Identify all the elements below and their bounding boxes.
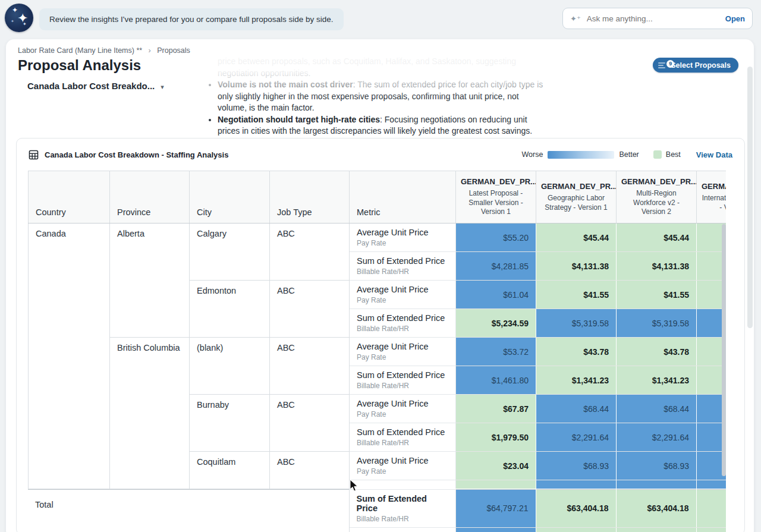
dimension-cell: ABC [270,395,350,452]
worse-better-gradient-bar [548,151,614,159]
dimension-cell: Edmonton [190,281,270,338]
header-row: Country Province City Job Type Metric GE… [29,171,727,223]
staffing-analysis-card: Canada Labor Cost Breakdown - Staffing A… [16,138,745,532]
dataset-selector-dropdown[interactable]: Canada Labor Cost Breakdo...▾ [27,81,164,91]
value-cell: $43.78 [536,338,617,366]
proposal-column-header: GERMAN_DEV_PR...Multi-Region Workforce v… [617,171,697,223]
dimension-cell: ABC [270,223,350,281]
metric-cell: Average Unit PricePay Rate [350,395,456,423]
dimension-cell: British Columbia [110,338,190,489]
table-vertical-scrollbar[interactable] [722,224,726,476]
value-cell: $68.93 [617,452,697,480]
proposal-column-header: GERMAN_DEV_PR...Geographic Labor Strateg… [536,171,617,223]
insight-list: Volume is not the main cost driver: The … [206,79,550,137]
dimension-cell: Calgary [190,223,270,281]
value-cell [456,480,536,489]
sparkle-icon: ✦ [11,19,14,24]
insight-intro-faded: price between proposals, such as Coquitl… [218,56,550,79]
select-proposals-button[interactable]: 9 Select Proposals [653,58,738,73]
value-cell: $48.03 [455,527,536,532]
metric-cell: Average Unit PricePay Rate [350,281,456,309]
metric-cell [350,480,456,489]
value-cell: $63,404.18 [536,489,616,527]
value-cell: $2,291.64 [536,423,617,452]
value-cell: $1,979.50 [456,423,536,452]
total-label-cell: Total [28,489,349,532]
dimension-cell: Burnaby [190,395,270,452]
table-row: CanadaAlbertaCalgaryABCAverage Unit Pric… [29,223,727,252]
ask-input[interactable] [586,14,725,24]
metric-cell: Sum of Extended PriceBillable Rate/HR [349,489,455,527]
total-body: TotalSum of Extended PriceBillable Rate/… [28,489,726,532]
value-cell: $53.72 [456,338,536,366]
proposal-count-badge: 9 [666,60,674,68]
table-title: Canada Labor Cost Breakdown - Staffing A… [45,150,228,159]
table-scroll-area: Country Province City Job Type Metric GE… [28,171,726,532]
dimension-cell: ABC [270,338,350,395]
grid-body: CanadaAlbertaCalgaryABCAverage Unit Pric… [29,223,727,489]
metric-cell: Sum of Extended PriceBillable Rate/HR [350,309,456,338]
main-panel: Labor Rate Card (Many Line Items) ** › P… [6,39,754,532]
total-row: TotalSum of Extended PriceBillable Rate/… [28,489,726,527]
chevron-right-icon: › [149,46,151,55]
value-cell [697,480,727,489]
value-cell: $41.55 [617,281,697,309]
value-cell: $64,797.21 [455,489,536,527]
legend-best-label: Best [666,150,681,159]
ask-me-anything-box[interactable]: ✦⁺ Open [562,8,753,29]
value-cell: $5,319.58 [536,309,617,338]
value-cell [696,527,726,532]
proposal-analysis-page: ✦ ✦ ✦ ✦ Review the insights I've prepare… [0,0,761,532]
breadcrumb-current[interactable]: Proposals [157,46,190,55]
value-cell: $61.04 [456,281,536,309]
view-data-link[interactable]: View Data [696,150,732,159]
table-card-header: Canada Labor Cost Breakdown - Staffing A… [17,138,744,171]
value-cell: $41.55 [536,281,617,309]
column-header-metric: Metric [350,171,456,223]
heatmap-legend: Worse Better Best View Data [522,150,732,159]
column-header-country: Country [29,171,110,223]
page-title: Proposal Analysis [18,57,141,74]
comparison-table: Country Province City Job Type Metric GE… [28,171,726,489]
ai-sparkle-icon: ✦⁺ [570,14,581,23]
value-cell: $63,404.18 [616,489,696,527]
value-cell: $68.44 [536,395,617,423]
value-cell: $4,131.38 [536,252,617,281]
value-cell [696,489,726,527]
value-cell: $47.32 [616,527,696,532]
column-header-jobtype: Job Type [270,171,350,223]
value-cell: $1,341.23 [617,366,697,395]
legend-better-label: Better [619,150,639,159]
filter-list-icon: 9 [658,62,666,68]
metric-cell: Sum of Extended PriceBillable Rate/HR [350,366,456,395]
open-assistant-button[interactable]: Open [725,14,745,23]
table-row: British Columbia(blank)ABCAverage Unit P… [29,338,727,366]
sparkle-icon: ✦ [23,21,27,27]
dimension-cell: Canada [29,223,110,489]
value-cell: $23.04 [456,452,536,480]
metric-cell: Average Unit PricePay Rate [350,338,456,366]
proposal-column-header: GERMAN_DEV_PR...International Sourcing -… [697,171,727,223]
value-cell: $1,461.80 [456,366,536,395]
insights-block: price between proposals, such as Coquitl… [206,56,550,137]
value-cell: $55.20 [456,223,536,252]
dimension-cell: Coquitlam [190,452,270,489]
insight-bullet: Negotiation should target high-rate citi… [218,114,550,137]
legend-worse-label: Worse [522,150,543,159]
proposal-column-header: GERMAN_DEV_PR...Latest Proposal - Smalle… [456,171,536,223]
page-vertical-scrollbar[interactable] [747,67,753,328]
value-cell: $4,131.38 [617,252,697,281]
dataset-selector-label: Canada Labor Cost Breakdo... [27,81,155,91]
dimension-cell: (blank) [190,338,270,395]
dimension-cell: Alberta [110,223,190,338]
value-cell [536,480,617,489]
metric-cell: Sum of Extended PriceBillable Rate/HR [350,252,456,281]
value-cell: $43.78 [617,338,697,366]
breadcrumb-root[interactable]: Labor Rate Card (Many Line Items) ** [18,46,142,55]
value-cell: $68.93 [536,452,617,480]
value-cell: $2,291.64 [617,423,697,452]
value-cell: $1,341.23 [536,366,617,395]
metric-cell: Average Unit Price [349,527,455,532]
value-cell: $47.32 [536,527,616,532]
dimension-cell: ABC [270,281,350,338]
